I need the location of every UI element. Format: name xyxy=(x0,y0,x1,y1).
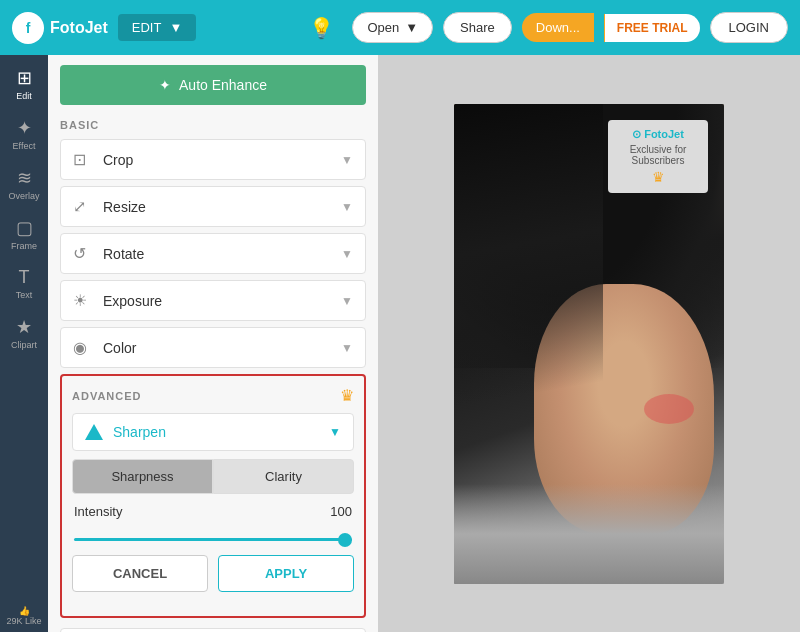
facebook-like-area[interactable]: 👍 29K Like xyxy=(2,600,45,632)
edit-icon: ⊞ xyxy=(17,67,32,89)
clipart-icon: ★ xyxy=(16,316,32,338)
watermark-line2: Subscribers xyxy=(620,155,696,166)
watermark-line1: Exclusive for xyxy=(620,144,696,155)
canvas-area: ⊙ FotoJet Exclusive for Subscribers ♛ xyxy=(378,55,800,632)
facebook-icon: 👍 xyxy=(6,606,41,616)
rotate-tool[interactable]: ↺ Rotate ▼ xyxy=(60,233,366,274)
apply-button[interactable]: APPLY xyxy=(218,555,354,592)
color-icon: ◉ xyxy=(73,338,93,357)
sidebar-item-effect[interactable]: ✦ Effect xyxy=(0,109,48,159)
logo-text: FotoJet xyxy=(50,19,108,37)
chevron-down-icon: ▼ xyxy=(341,200,353,214)
crop-icon: ⊡ xyxy=(73,150,93,169)
icon-sidebar: ⊞ Edit ✦ Effect ≋ Overlay ▢ Frame T Text… xyxy=(0,55,48,632)
photo-container: ⊙ FotoJet Exclusive for Subscribers ♛ xyxy=(454,104,724,584)
dehaze-tool[interactable]: ≡ Dehaze ▼ xyxy=(60,628,366,632)
intensity-label: Intensity xyxy=(74,504,330,519)
chevron-down-icon: ▼ xyxy=(341,341,353,355)
crown-icon: ♛ xyxy=(340,386,354,405)
chevron-down-icon: ▼ xyxy=(341,247,353,261)
intensity-row: Intensity 100 xyxy=(72,504,354,519)
app-header: f FotoJet EDIT ▼ 💡 Open ▼ Share Down... … xyxy=(0,0,800,55)
chevron-down-icon: ▼ xyxy=(341,153,353,167)
tools-panel: ✦ Auto Enhance BASIC ⊡ Crop ▼ ⤢ Resize ▼… xyxy=(48,55,378,632)
exposure-tool[interactable]: ☀ Exposure ▼ xyxy=(60,280,366,321)
sharpen-tool[interactable]: Sharpen ▼ xyxy=(72,413,354,451)
watermark-crown-icon: ♛ xyxy=(620,169,696,185)
advanced-section: ADVANCED ♛ Sharpen ▼ Sharpness Clarity I… xyxy=(60,374,366,618)
tab-clarity[interactable]: Clarity xyxy=(213,459,354,494)
intensity-slider[interactable] xyxy=(74,538,352,541)
bulb-button[interactable]: 💡 xyxy=(301,12,342,44)
tab-sharpness[interactable]: Sharpness xyxy=(72,459,213,494)
login-button[interactable]: LOGIN xyxy=(710,12,788,43)
bulb-icon: 💡 xyxy=(309,17,334,39)
basic-section-label: BASIC xyxy=(60,119,366,131)
sidebar-item-edit[interactable]: ⊞ Edit xyxy=(0,59,48,109)
effect-icon: ✦ xyxy=(17,117,32,139)
watermark-logo: ⊙ FotoJet xyxy=(620,128,696,141)
sidebar-item-text[interactable]: T Text xyxy=(0,259,48,308)
sparkle-icon: ✦ xyxy=(159,77,171,93)
chevron-down-icon: ▼ xyxy=(329,425,341,439)
watermark: ⊙ FotoJet Exclusive for Subscribers ♛ xyxy=(608,120,708,193)
free-trial-button[interactable]: FREE TRIAL xyxy=(604,14,700,42)
logo-icon: f xyxy=(12,12,44,44)
color-tool[interactable]: ◉ Color ▼ xyxy=(60,327,366,368)
frame-icon: ▢ xyxy=(16,217,33,239)
main-area: ⊞ Edit ✦ Effect ≋ Overlay ▢ Frame T Text… xyxy=(0,55,800,632)
edit-dropdown[interactable]: EDIT ▼ xyxy=(118,14,197,41)
cancel-button[interactable]: CANCEL xyxy=(72,555,208,592)
text-icon: T xyxy=(19,267,30,288)
share-button[interactable]: Share xyxy=(443,12,512,43)
chevron-down-icon: ▼ xyxy=(169,20,182,35)
sidebar-item-frame[interactable]: ▢ Frame xyxy=(0,209,48,259)
intensity-value: 100 xyxy=(330,504,352,519)
auto-enhance-button[interactable]: ✦ Auto Enhance xyxy=(60,65,366,105)
sharpen-triangle-icon xyxy=(85,424,103,440)
resize-icon: ⤢ xyxy=(73,197,93,216)
intensity-slider-container xyxy=(72,527,354,545)
chevron-down-icon: ▼ xyxy=(341,294,353,308)
chevron-down-icon: ▼ xyxy=(405,20,418,35)
overlay-icon: ≋ xyxy=(17,167,32,189)
action-buttons: CANCEL APPLY xyxy=(72,555,354,592)
sharpness-tabs: Sharpness Clarity xyxy=(72,459,354,494)
sidebar-item-overlay[interactable]: ≋ Overlay xyxy=(0,159,48,209)
download-button[interactable]: Down... xyxy=(522,13,594,42)
sidebar-item-clipart[interactable]: ★ Clipart xyxy=(0,308,48,358)
exposure-icon: ☀ xyxy=(73,291,93,310)
open-button[interactable]: Open ▼ xyxy=(352,12,433,43)
rotate-icon: ↺ xyxy=(73,244,93,263)
crop-tool[interactable]: ⊡ Crop ▼ xyxy=(60,139,366,180)
advanced-section-label: ADVANCED xyxy=(72,390,340,402)
advanced-header: ADVANCED ♛ xyxy=(72,386,354,405)
resize-tool[interactable]: ⤢ Resize ▼ xyxy=(60,186,366,227)
logo-area: f FotoJet xyxy=(12,12,108,44)
